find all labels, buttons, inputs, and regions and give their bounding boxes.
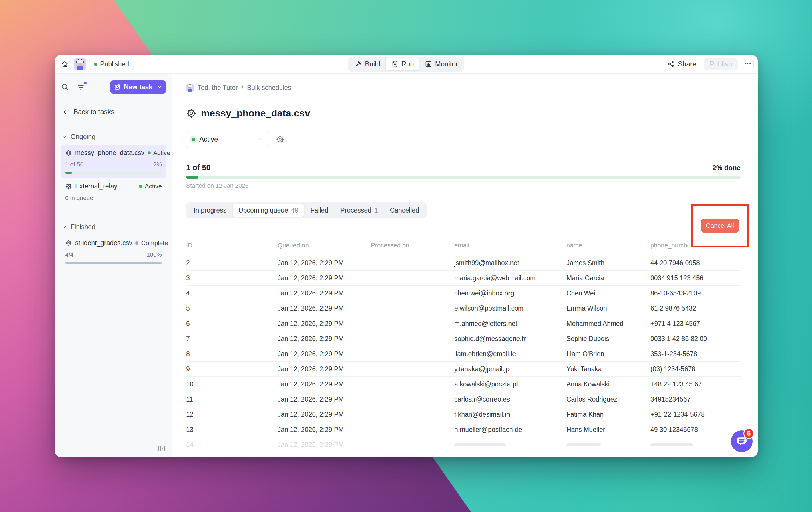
table-body: 2 Jan 12, 2026, 2:29 PM jsmith99@mailbox… — [186, 255, 741, 453]
cell-id: 3 — [186, 274, 278, 282]
cell-queued-on: Jan 12, 2026, 2:29 PM — [278, 441, 371, 449]
progress-done-label: 2% done — [712, 164, 741, 172]
topbar: Published Build Run — [55, 55, 758, 74]
cell-phone-number: 86-10-6543-2109 — [650, 289, 740, 297]
search-icon[interactable] — [61, 83, 69, 91]
tab-failed[interactable]: Failed — [304, 204, 335, 217]
table-row[interactable]: 5 Jan 12, 2026, 2:29 PM e.wilson@postmai… — [186, 301, 741, 316]
cell-id: 2 — [186, 259, 278, 267]
cell-email: jsmith99@mailbox.net — [454, 259, 567, 267]
tab-processed[interactable]: Processed 1 — [334, 204, 384, 217]
progress-count: 1 of 50 — [186, 163, 211, 172]
sidebar-item-student-grades[interactable]: student_grades.csv Complete 4/4 100% — [61, 235, 166, 268]
cell-id: 9 — [186, 365, 278, 373]
table-row[interactable]: 10 Jan 12, 2026, 2:29 PM a.kowalski@pocz… — [186, 377, 741, 392]
tab-run-label: Run — [401, 60, 414, 68]
tab-count: 1 — [374, 206, 378, 214]
illegible-text-placeholder — [650, 443, 693, 447]
sidebar-toolbar: New task — [61, 80, 166, 93]
home-icon — [61, 60, 68, 68]
column-header-id: ID — [186, 242, 278, 249]
cell-id: 4 — [186, 289, 278, 297]
column-header-queued-on: Queued on — [278, 242, 371, 249]
chevron-down-icon — [62, 135, 67, 140]
title-row: messy_phone_data.csv — [186, 108, 741, 119]
cell-phone-number: 34915234567 — [650, 396, 740, 403]
chevron-down-icon — [157, 84, 162, 89]
task-sub-row: 0 in queue — [65, 195, 162, 201]
table-row[interactable]: 4 Jan 12, 2026, 2:29 PM chen.wei@inbox.o… — [186, 286, 741, 301]
task-row: messy_phone_data.csv Active — [65, 149, 162, 157]
back-to-tasks[interactable]: Back to tasks — [62, 108, 166, 116]
tab-label: In progress — [194, 206, 227, 214]
column-header-phone-number-text: phone_number — [650, 242, 689, 249]
share-icon — [668, 60, 675, 68]
table-row[interactable]: 13 Jan 12, 2026, 2:29 PM h.mueller@postf… — [186, 422, 741, 437]
cell-queued-on: Jan 12, 2026, 2:29 PM — [278, 411, 371, 419]
notification-badge: 5 — [744, 428, 754, 439]
cell-queued-on: Jan 12, 2026, 2:29 PM — [278, 289, 371, 297]
new-task-button[interactable]: New task — [110, 80, 166, 93]
table-row[interactable]: 9 Jan 12, 2026, 2:29 PM y.tanaka@jpmail.… — [186, 362, 741, 377]
tab-run[interactable]: Run — [386, 58, 419, 70]
schedule-settings-button[interactable] — [276, 135, 285, 144]
hammer-icon — [354, 60, 362, 68]
task-name: messy_phone_data.csv — [75, 149, 144, 157]
compose-icon — [114, 84, 121, 90]
collapse-sidebar-button[interactable] — [157, 445, 166, 453]
sidebar-item-messy-phone-data[interactable]: messy_phone_data.csv Active 1 of 50 2% — [61, 145, 166, 178]
cell-email: sophie.d@messagerie.fr — [454, 335, 567, 343]
gear-icon — [65, 183, 72, 190]
publish-button[interactable]: Publish — [704, 58, 738, 70]
table-row[interactable]: 8 Jan 12, 2026, 2:29 PM liam.obrien@emai… — [186, 346, 741, 362]
cell-name: Yuki Tanaka — [567, 365, 650, 373]
table-row[interactable]: 6 Jan 12, 2026, 2:29 PM m.ahmed@letters.… — [186, 316, 741, 331]
section-ongoing-header[interactable]: Ongoing — [62, 133, 166, 141]
status-label: Active — [153, 149, 170, 157]
more-menu-button[interactable]: ⋯ — [742, 58, 754, 70]
cell-phone-number — [650, 443, 740, 447]
agent-avatar[interactable] — [74, 58, 86, 70]
filter-notification-dot — [84, 82, 87, 84]
cell-name: James Smith — [567, 259, 650, 267]
cell-email: f.khan@desimail.in — [454, 411, 567, 419]
published-status-dot — [94, 63, 97, 66]
cell-id: 14 — [186, 441, 278, 449]
cell-phone-number: 0034 915 123 456 — [650, 274, 740, 282]
table-row[interactable]: 7 Jan 12, 2026, 2:29 PM sophie.d@message… — [186, 331, 741, 346]
tab-label: Upcoming queue — [238, 206, 288, 214]
filter-icon[interactable] — [77, 83, 85, 91]
cell-email: m.ahmed@letters.net — [454, 320, 567, 328]
task-percent: 100% — [146, 251, 162, 258]
status-select[interactable]: Active — [186, 130, 269, 148]
table-row[interactable]: 12 Jan 12, 2026, 2:29 PM f.khan@desimail… — [186, 407, 741, 422]
tab-build[interactable]: Build — [349, 58, 385, 70]
share-button[interactable]: Share — [664, 58, 700, 70]
table-row[interactable]: 3 Jan 12, 2026, 2:29 PM maria.garcia@web… — [186, 271, 741, 286]
chat-fab-button[interactable]: 5 — [731, 430, 753, 452]
cell-name: Liam O'Brien — [567, 350, 650, 358]
table-row[interactable]: 14 Jan 12, 2026, 2:29 PM — [186, 437, 741, 453]
breadcrumb-avatar — [186, 84, 194, 91]
annotation-highlight-box: Cancel All — [691, 204, 749, 248]
table-row[interactable]: 11 Jan 12, 2026, 2:29 PM carlos.r@correo… — [186, 392, 741, 407]
breadcrumb-agent[interactable]: Ted, the Tutor — [198, 84, 238, 91]
table-row[interactable]: 2 Jan 12, 2026, 2:29 PM jsmith99@mailbox… — [186, 255, 741, 271]
task-sub-row: 1 of 50 2% — [65, 161, 162, 168]
cell-id: 5 — [186, 305, 278, 312]
sidebar-item-external-relay[interactable]: External_relay Active 0 in queue — [61, 178, 166, 206]
task-name: student_grades.csv — [75, 239, 132, 247]
home-button[interactable] — [59, 58, 71, 70]
tab-monitor[interactable]: Monitor — [419, 58, 463, 70]
tab-in-progress[interactable]: In progress — [187, 204, 232, 217]
main-progress-bar — [186, 176, 741, 179]
cancel-all-button[interactable]: Cancel All — [701, 219, 739, 232]
tab-upcoming-queue[interactable]: Upcoming queue 49 — [232, 204, 304, 217]
section-finished-header[interactable]: Finished — [62, 223, 166, 231]
cell-name: Mohammed Ahmed — [567, 320, 650, 328]
status-badge: Active — [139, 183, 162, 190]
task-percent: 2% — [153, 161, 162, 168]
cell-queued-on: Jan 12, 2026, 2:29 PM — [278, 305, 371, 312]
topbar-right: Share Publish ⋯ — [664, 58, 754, 70]
tab-cancelled[interactable]: Cancelled — [384, 204, 425, 217]
